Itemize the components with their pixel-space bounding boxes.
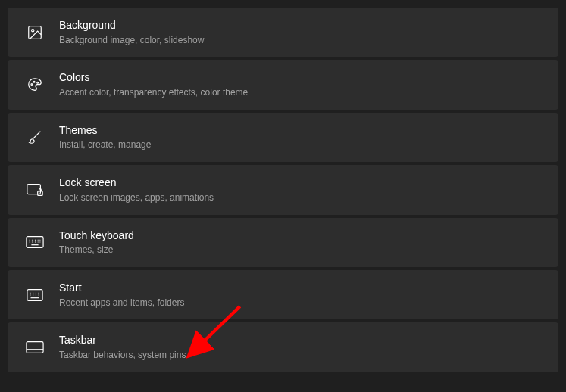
settings-item-background[interactable]: Background Background image, color, slid… <box>8 8 558 57</box>
settings-item-subtitle: Accent color, transparency effects, colo… <box>59 86 248 99</box>
settings-item-start[interactable]: Start Recent apps and items, folders <box>8 270 558 319</box>
image-icon <box>20 24 50 41</box>
settings-item-title: Lock screen <box>59 176 214 191</box>
svg-rect-5 <box>27 184 41 194</box>
settings-item-touchkeyboard[interactable]: Touch keyboard Themes, size <box>8 218 558 267</box>
settings-item-title: Touch keyboard <box>59 229 134 244</box>
settings-item-subtitle: Background image, color, slideshow <box>59 34 204 47</box>
svg-point-4 <box>37 82 39 83</box>
settings-item-text: Taskbar Taskbar behaviors, system pins <box>59 333 186 361</box>
settings-item-themes[interactable]: Themes Install, create, manage <box>8 113 558 162</box>
settings-item-text: Lock screen Lock screen images, apps, an… <box>59 176 214 204</box>
svg-rect-19 <box>27 289 42 300</box>
settings-item-text: Start Recent apps and items, folders <box>59 281 184 309</box>
settings-item-subtitle: Lock screen images, apps, animations <box>59 191 214 204</box>
brush-icon <box>20 129 50 145</box>
settings-item-lockscreen[interactable]: Lock screen Lock screen images, apps, an… <box>8 165 558 214</box>
settings-item-colors[interactable]: Colors Accent color, transparency effect… <box>8 60 558 109</box>
settings-item-text: Colors Accent color, transparency effect… <box>59 70 248 98</box>
settings-item-text: Touch keyboard Themes, size <box>59 229 134 257</box>
settings-item-title: Start <box>59 281 184 296</box>
svg-point-3 <box>33 81 35 82</box>
svg-point-1 <box>32 29 34 31</box>
keyboard-icon <box>20 235 50 249</box>
start-menu-icon <box>20 288 50 302</box>
palette-icon <box>20 76 50 93</box>
settings-item-text: Background Background image, color, slid… <box>59 18 204 46</box>
settings-item-text: Themes Install, create, manage <box>59 123 151 151</box>
settings-item-title: Colors <box>59 70 248 86</box>
settings-item-title: Background <box>59 18 204 33</box>
lock-screen-icon <box>20 182 50 198</box>
svg-rect-29 <box>27 342 43 353</box>
settings-item-title: Taskbar <box>59 333 186 348</box>
settings-item-subtitle: Recent apps and items, folders <box>59 297 184 310</box>
svg-point-2 <box>31 84 33 86</box>
settings-item-title: Themes <box>59 123 151 138</box>
settings-item-subtitle: Themes, size <box>59 244 134 257</box>
settings-item-subtitle: Install, create, manage <box>59 138 151 151</box>
settings-item-taskbar[interactable]: Taskbar Taskbar behaviors, system pins <box>8 322 558 372</box>
taskbar-icon <box>20 341 50 354</box>
settings-item-subtitle: Taskbar behaviors, system pins <box>59 349 186 362</box>
